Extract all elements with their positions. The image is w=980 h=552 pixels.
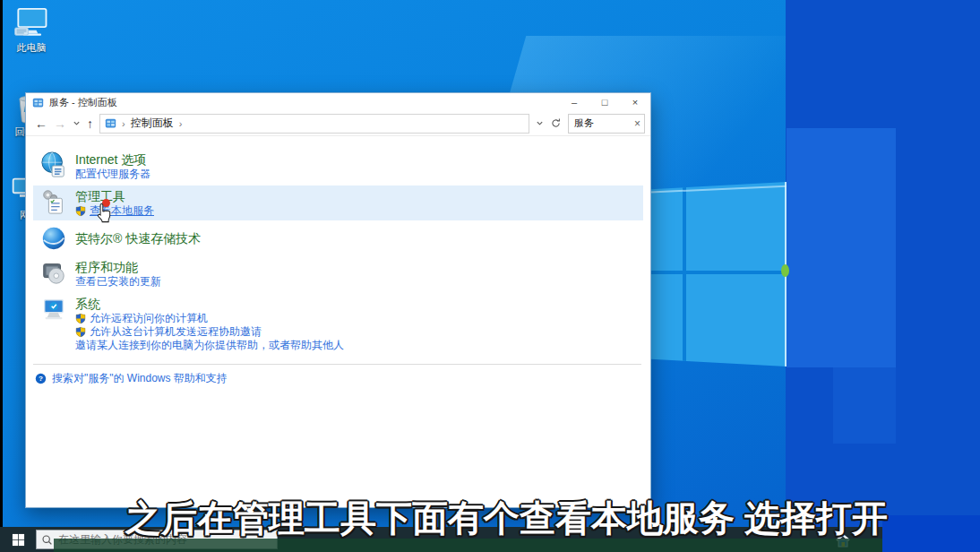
search-results-panel: Internet 选项配置代理服务器管理工具查看本地服务英特尔® 快速存储技术程… (26, 137, 650, 507)
desktop-icon-label: 此电脑 (5, 41, 57, 55)
result-title[interactable]: 程序和功能 (75, 259, 161, 275)
address-bar[interactable]: › 控制面板 › (99, 114, 529, 134)
navigation-toolbar: ← → ↑ › 控制面板 › × (26, 111, 650, 136)
window-search-input[interactable] (574, 118, 626, 129)
globe-icon (40, 151, 67, 178)
breadcrumb-separator: › (122, 118, 125, 129)
result-title[interactable]: 系统 (75, 296, 344, 312)
uac-shield-icon (75, 205, 86, 217)
task-link-label: 配置代理服务器 (75, 168, 150, 181)
result-task-link[interactable]: 邀请某人连接到你的电脑为你提供帮助，或者帮助其他人 (75, 339, 344, 352)
help-link-label: 搜索对"服务"的 Windows 帮助和支持 (52, 371, 228, 386)
minimize-button[interactable]: – (559, 93, 589, 111)
uac-shield-icon (75, 326, 86, 338)
svg-text:?: ? (39, 375, 43, 383)
window-titlebar: 服务 - 控制面板 – □ × (26, 93, 650, 111)
window-title: 服务 - 控制面板 (49, 96, 559, 109)
uac-shield-icon (75, 313, 86, 324)
result-title[interactable]: 英特尔® 快速存储技术 (75, 230, 201, 246)
recent-locations-chevron-icon[interactable] (73, 119, 81, 127)
breadcrumb-separator: › (179, 118, 183, 129)
search-results: Internet 选项配置代理服务器管理工具查看本地服务英特尔® 快速存储技术程… (33, 149, 643, 355)
result-title[interactable]: 管理工具 (75, 188, 154, 204)
intel-rst-icon (40, 225, 67, 252)
results-divider (33, 364, 641, 365)
windows-logo-icon (12, 533, 25, 547)
task-link-label: 允许从这台计算机发送远程协助邀请 (90, 325, 262, 339)
this-pc-icon (5, 6, 57, 39)
result-task-link[interactable]: 允许远程访问你的计算机 (75, 312, 344, 325)
control-panel-icon (32, 97, 44, 108)
windows-help-link[interactable]: ? 搜索对"服务"的 Windows 帮助和支持 (33, 371, 643, 386)
result-task-link[interactable]: 查看本地服务 (75, 204, 154, 218)
result-task-link[interactable]: 查看已安装的更新 (75, 275, 161, 289)
search-clear-icon[interactable]: × (634, 117, 640, 130)
wallpaper-right-column-step (833, 367, 896, 444)
desktop-icon-此电脑[interactable]: 此电脑 (5, 6, 57, 55)
breadcrumb-control-panel[interactable]: 控制面板 (131, 116, 174, 131)
mouse-cursor-hand-icon (94, 203, 114, 224)
close-button[interactable]: × (620, 93, 650, 111)
back-button[interactable]: ← (35, 117, 47, 130)
subtitle: 之后在管理工具下面有个查看本地服务 选择打开 (125, 494, 905, 543)
result-row: 程序和功能查看已安装的更新 (33, 256, 643, 291)
maximize-button[interactable]: □ (589, 93, 620, 111)
help-icon: ? (35, 373, 47, 384)
window-search-box[interactable]: × (568, 114, 645, 134)
result-row: Internet 选项配置代理服务器 (33, 149, 643, 184)
result-task-link[interactable]: 允许从这台计算机发送远程协助邀请 (75, 325, 344, 339)
control-panel-icon (105, 117, 116, 129)
result-row: 英特尔® 快速存储技术 (33, 222, 643, 254)
result-row: 系统允许远程访问你的计算机允许从这台计算机发送远程协助邀请邀请某人连接到你的电脑… (33, 293, 643, 355)
result-row: 管理工具查看本地服务 (33, 185, 643, 220)
address-dropdown-chevron-icon[interactable] (536, 119, 544, 127)
refresh-icon[interactable] (550, 117, 562, 129)
task-link-label: 允许远程访问你的计算机 (90, 312, 208, 325)
result-task-link[interactable]: 配置代理服务器 (75, 168, 150, 181)
result-title[interactable]: Internet 选项 (75, 151, 150, 168)
wallpaper-right-column (787, 128, 896, 367)
control-panel-window: 服务 - 控制面板 – □ × ← → ↑ › 控制面板 › × (25, 92, 651, 508)
task-link-label: 查看已安装的更新 (75, 275, 161, 289)
search-icon (41, 534, 53, 546)
programs-features-icon (40, 259, 67, 286)
task-link-label: 邀请某人连接到你的电脑为你提供帮助，或者帮助其他人 (75, 339, 344, 352)
wallpaper-artifact-dot (781, 264, 789, 277)
forward-button[interactable]: → (54, 117, 66, 130)
start-button[interactable] (7, 532, 29, 547)
screen-left-black-edge (0, 0, 3, 552)
admin-tools-icon (40, 188, 67, 215)
system-icon (40, 296, 67, 323)
up-button[interactable]: ↑ (87, 117, 93, 130)
